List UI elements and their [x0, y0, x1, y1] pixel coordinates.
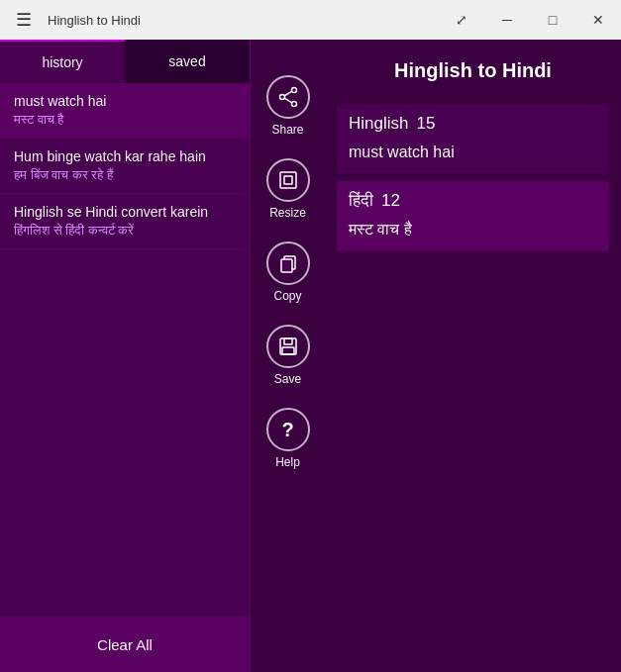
left-panel: history saved must watch hai मस्ट वाच है…	[0, 40, 251, 672]
right-panel: Hinglish to Hindi Hinglish 15 must watch…	[325, 40, 621, 672]
svg-point-0	[291, 88, 296, 93]
help-label: Help	[275, 455, 300, 469]
close-button[interactable]: ✕	[575, 0, 621, 40]
hindi-count: 12	[381, 191, 400, 211]
share-icon	[266, 75, 310, 119]
share-label: Share	[271, 123, 303, 137]
svg-rect-5	[280, 172, 296, 188]
minimize-button[interactable]: ─	[484, 0, 530, 40]
svg-rect-11	[282, 347, 294, 354]
menu-icon[interactable]: ☰	[8, 5, 40, 35]
list-item[interactable]: Hinglish se Hindi convert karein हिंगलिश…	[0, 194, 250, 249]
tab-history[interactable]: history	[0, 40, 125, 83]
hinglish-count: 15	[416, 114, 435, 134]
svg-point-1	[291, 102, 296, 107]
svg-rect-6	[284, 176, 292, 184]
share-button[interactable]: Share	[260, 69, 316, 143]
save-label: Save	[274, 372, 301, 386]
app-title: Hinglish to Hindi	[337, 49, 609, 96]
history-english: Hum binge watch kar rahe hain	[14, 148, 236, 164]
history-hindi: हिंगलिश से हिंदी कन्वर्ट करें	[14, 223, 236, 239]
window-controls: ⤢ ─ □ ✕	[439, 0, 621, 40]
actions-panel: Share Resize Copy	[251, 40, 325, 672]
list-item[interactable]: must watch hai मस्ट वाच है	[0, 83, 250, 139]
resize-label: Resize	[269, 206, 306, 220]
history-hindi: हम बिंज वाच कर रहे हैं	[14, 167, 236, 183]
save-icon	[266, 325, 310, 368]
hindi-label: हिंदी	[349, 191, 373, 211]
hinglish-header: Hinglish 15	[349, 114, 597, 134]
tab-bar: history saved	[0, 40, 250, 83]
hindi-box: हिंदी 12 मस्ट वाच है	[337, 181, 609, 250]
svg-line-3	[284, 91, 292, 96]
maximize-button[interactable]: □	[530, 0, 575, 40]
copy-label: Copy	[273, 289, 301, 303]
hinglish-label: Hinglish	[349, 114, 408, 134]
history-hindi: मस्ट वाच है	[14, 112, 236, 128]
restore-button[interactable]: ⤢	[439, 0, 484, 40]
svg-point-2	[279, 95, 284, 100]
save-button[interactable]: Save	[260, 319, 316, 392]
help-icon: ?	[266, 408, 310, 451]
resize-icon	[266, 158, 310, 202]
app-body: history saved must watch hai मस्ट वाच है…	[0, 40, 621, 672]
history-english: must watch hai	[14, 93, 236, 109]
hinglish-text: must watch hai	[349, 142, 597, 163]
hindi-text: मस्ट वाच है	[349, 219, 597, 240]
svg-rect-10	[284, 338, 292, 344]
list-item[interactable]: Hum binge watch kar rahe hain हम बिंज वा…	[0, 139, 250, 194]
hindi-header: हिंदी 12	[349, 191, 597, 211]
svg-line-4	[284, 98, 292, 103]
title-bar: ☰ Hinglish to Hindi ⤢ ─ □ ✕	[0, 0, 621, 40]
copy-icon	[266, 241, 310, 285]
tab-saved[interactable]: saved	[125, 40, 250, 83]
copy-button[interactable]: Copy	[260, 236, 316, 309]
hinglish-box: Hinglish 15 must watch hai	[337, 104, 609, 173]
resize-button[interactable]: Resize	[260, 152, 316, 226]
help-button[interactable]: ? Help	[260, 402, 316, 475]
window-title: Hinglish to Hindi	[48, 13, 141, 28]
svg-rect-8	[281, 259, 292, 272]
history-english: Hinglish se Hindi convert karein	[14, 204, 236, 220]
clear-all-button[interactable]: Clear All	[0, 617, 250, 672]
history-list: must watch hai मस्ट वाच है Hum binge wat…	[0, 83, 250, 617]
